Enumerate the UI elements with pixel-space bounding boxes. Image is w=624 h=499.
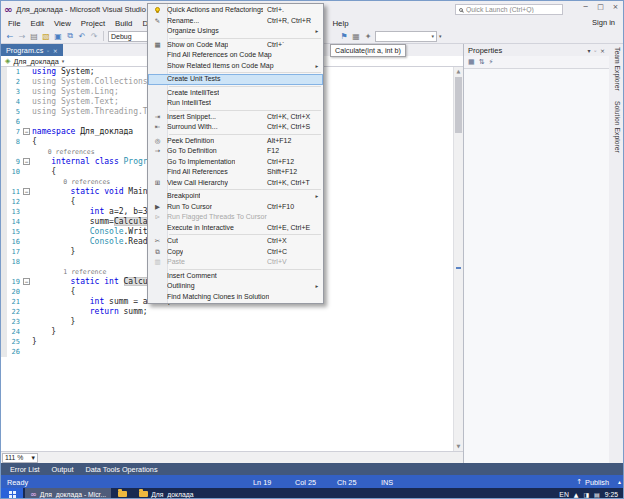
expand-panel-icon[interactable]: ▴ bbox=[618, 478, 621, 485]
start-button[interactable] bbox=[1, 488, 23, 499]
language-indicator[interactable]: EN bbox=[559, 491, 568, 498]
toolbar-overflow-icon[interactable]: ▾ bbox=[439, 33, 442, 39]
nav-project-dropdown[interactable]: Для_доклада bbox=[13, 57, 58, 66]
menu-view[interactable]: View bbox=[49, 19, 76, 28]
pin-icon[interactable]: ◦ bbox=[46, 47, 50, 54]
editor-vertical-scrollbar[interactable]: ▲ ▼ bbox=[453, 67, 463, 451]
volume-icon[interactable]: ▤ bbox=[594, 491, 600, 498]
taskbar-button-для-доклада[interactable]: Для_доклада bbox=[134, 488, 198, 499]
context-item-copy[interactable]: ⧉CopyCtrl+C bbox=[148, 247, 323, 258]
context-item-organize-usings[interactable]: Organize Usings▸ bbox=[148, 26, 323, 37]
panel-tab-error-list[interactable]: Error List bbox=[4, 465, 46, 474]
code-token bbox=[32, 277, 71, 286]
context-item-breakpoint[interactable]: Breakpoint▸ bbox=[148, 191, 323, 202]
publish-button[interactable]: ↑ Publish bbox=[576, 478, 609, 487]
categorized-icon[interactable]: ▦ bbox=[468, 58, 475, 66]
context-item-view-call-hierarchy[interactable]: ⊞View Call HierarchyCtrl+K, Ctrl+T bbox=[148, 178, 323, 189]
context-item-run-intellitest[interactable]: Run IntelliTest bbox=[148, 98, 323, 109]
quick-launch-input[interactable]: Quick Launch (Ctrl+Q) bbox=[455, 4, 563, 15]
context-item-show-related-items-on-code-map[interactable]: Show Related Items on Code Map▸ bbox=[148, 61, 323, 72]
context-item-paste[interactable]: ▥PasteCtrl+V bbox=[148, 257, 323, 268]
code-line[interactable]: 26 bbox=[1, 347, 453, 357]
context-item-go-to-definition[interactable]: →Go To DefinitionF12 bbox=[148, 146, 323, 157]
run-flag-icon[interactable]: ⚑ bbox=[339, 32, 349, 41]
context-item-insert-comment[interactable]: Insert Comment bbox=[148, 271, 323, 282]
code-line[interactable]: 23 } bbox=[1, 317, 453, 327]
hidden-icons-chevron[interactable]: ▲ bbox=[574, 491, 579, 498]
redo-icon[interactable]: ↷ bbox=[89, 32, 99, 41]
context-item-execute-in-interactive[interactable]: Execute in InteractiveCtrl+E, Ctrl+E bbox=[148, 223, 323, 234]
context-item-peek-definition[interactable]: ◎Peek DefinitionAlt+F12 bbox=[148, 136, 323, 147]
alphabetical-icon[interactable]: ⇅ bbox=[479, 58, 485, 66]
context-item-run-to-cursor[interactable]: ▶Run To CursorCtrl+F10 bbox=[148, 202, 323, 213]
code-line[interactable]: 25} bbox=[1, 337, 453, 347]
tab-close-icon[interactable]: × bbox=[53, 47, 58, 54]
context-item-insert-snippet[interactable]: ⇥Insert Snippet...Ctrl+K, Ctrl+X bbox=[148, 112, 323, 123]
code-line[interactable]: 24 } bbox=[1, 327, 453, 337]
tab-program-cs[interactable]: Program.cs ◦ × bbox=[1, 44, 63, 56]
find-icon[interactable]: ✦ bbox=[363, 32, 373, 41]
context-item-go-to-implementation[interactable]: Go To ImplementationCtrl+F12 bbox=[148, 157, 323, 168]
scrollbar-thumb[interactable] bbox=[455, 77, 462, 133]
code-line[interactable]: 22 return summ; bbox=[1, 307, 453, 317]
close-icon[interactable]: × bbox=[600, 47, 605, 54]
save-all-icon[interactable]: ⧉ bbox=[65, 31, 75, 41]
context-item-create-intellitest[interactable]: Create IntelliTest bbox=[148, 88, 323, 99]
close-button[interactable]: × bbox=[608, 1, 623, 14]
pin-icon[interactable]: ◦ bbox=[593, 47, 597, 54]
menu-project[interactable]: Project bbox=[76, 19, 110, 28]
scroll-up-icon[interactable]: ▲ bbox=[454, 67, 463, 76]
code-text: return summ; bbox=[32, 307, 453, 317]
toolbar-search-combo[interactable]: ▾ bbox=[375, 31, 437, 42]
collapse-region-icon[interactable]: − bbox=[23, 188, 30, 195]
menu-item-label: Insert Snippet... bbox=[167, 112, 216, 123]
maximize-button[interactable]: □ bbox=[593, 1, 608, 14]
menu-build[interactable]: Build bbox=[110, 19, 137, 28]
panel-tab-output[interactable]: Output bbox=[46, 465, 80, 474]
sign-in-button[interactable]: Sign in bbox=[592, 18, 615, 27]
side-tab-team-explorer[interactable]: Team Explorer bbox=[614, 47, 621, 91]
line-number: 2 bbox=[7, 77, 22, 87]
forward-icon[interactable]: → bbox=[17, 32, 27, 41]
toolbar-left-icons: ←→▤▧▣⧉↶↷ bbox=[5, 31, 99, 41]
code-map-icon[interactable]: ▦ bbox=[351, 32, 361, 41]
line-number: 22 bbox=[7, 307, 22, 317]
new-file-icon[interactable]: ▤ bbox=[29, 32, 39, 41]
context-item-show-on-code-map[interactable]: ▦Show on Code MapCtrl+` bbox=[148, 40, 323, 51]
events-icon[interactable]: ⚡ bbox=[489, 58, 494, 66]
runflagged-icon: ⊳ bbox=[148, 212, 167, 223]
context-item-outlining[interactable]: Outlining▸ bbox=[148, 281, 323, 292]
menu-file[interactable]: File bbox=[3, 19, 26, 28]
taskbar-button-для-доклада-micr[interactable]: ∞Для_доклада - Micr... bbox=[25, 488, 111, 499]
code-token: { bbox=[32, 137, 37, 146]
context-item-surround-with[interactable]: ⇤Surround With...Ctrl+K, Ctrl+S bbox=[148, 122, 323, 133]
zoom-combo[interactable]: 111 % ▾ bbox=[2, 453, 38, 463]
lightbulb-icon bbox=[148, 5, 167, 16]
undo-icon[interactable]: ↶ bbox=[77, 32, 87, 41]
context-item-find-matching-clones-in-solution[interactable]: Find Matching Clones in Solution bbox=[148, 292, 323, 303]
collapse-region-icon[interactable]: − bbox=[23, 128, 30, 135]
clock[interactable]: 9:25 bbox=[605, 491, 618, 498]
context-item-run-flagged-threads-to-cursor[interactable]: ⊳Run Flagged Threads To Cursor bbox=[148, 212, 323, 223]
minimize-button[interactable]: ─ bbox=[578, 1, 593, 14]
menu-help[interactable]: Help bbox=[327, 19, 353, 28]
collapse-region-icon[interactable]: − bbox=[23, 158, 30, 165]
window-menu-icon[interactable]: ▾ bbox=[587, 47, 590, 54]
menu-edit[interactable]: Edit bbox=[26, 19, 49, 28]
cut-icon: ✂ bbox=[148, 236, 167, 247]
open-file-icon[interactable]: ▧ bbox=[41, 32, 51, 41]
context-item-find-all-references-on-code-map[interactable]: Find All References on Code Map bbox=[148, 50, 323, 61]
context-item-create-unit-tests[interactable]: Create Unit Tests bbox=[148, 74, 323, 85]
save-icon[interactable]: ▣ bbox=[53, 32, 63, 41]
scroll-down-icon[interactable]: ▼ bbox=[454, 442, 463, 451]
context-item-quick-actions-and-refactorings[interactable]: Quick Actions and Refactorings...Ctrl+. bbox=[148, 5, 323, 16]
panel-tab-data-tools-operations[interactable]: Data Tools Operations bbox=[80, 465, 164, 474]
collapse-region-icon[interactable]: − bbox=[23, 278, 30, 285]
context-item-cut[interactable]: ✂CutCtrl+X bbox=[148, 236, 323, 247]
network-icon[interactable]: ◨ bbox=[583, 491, 589, 498]
context-item-rename[interactable]: ✎Rename...Ctrl+R, Ctrl+R bbox=[148, 16, 323, 27]
back-icon[interactable]: ← bbox=[5, 32, 15, 41]
context-item-find-all-references[interactable]: Find All ReferencesShift+F12 bbox=[148, 167, 323, 178]
taskbar-button-1[interactable] bbox=[113, 488, 132, 499]
side-tab-solution-explorer[interactable]: Solution Explorer bbox=[614, 101, 621, 153]
